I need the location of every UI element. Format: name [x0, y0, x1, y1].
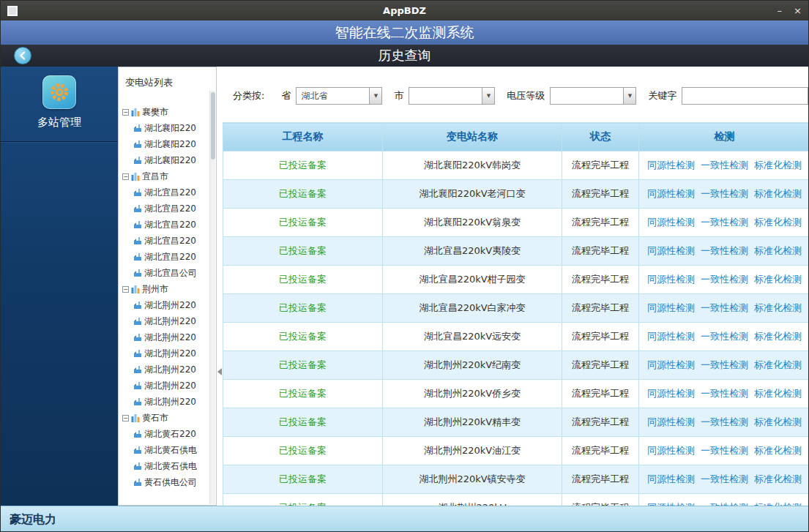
detection-link[interactable]: 标准化检测 — [754, 388, 802, 399]
tree-substation-item[interactable]: 湖北荆州220 — [119, 394, 216, 410]
collapse-icon[interactable]: − — [122, 286, 129, 293]
detection-link[interactable]: 标准化检测 — [754, 331, 802, 342]
detection-link[interactable]: 一致性检测 — [701, 416, 748, 427]
voltage-select[interactable]: ▼ — [550, 87, 636, 105]
tree-substation-item[interactable]: 湖北襄阳220 — [119, 152, 216, 168]
tree-substation-item[interactable]: 湖北宜昌公司 — [119, 265, 216, 281]
detection-link[interactable]: 一致性检测 — [701, 302, 748, 313]
tree-substation-label: 湖北荆州220 — [144, 331, 196, 344]
substation-icon — [133, 462, 142, 471]
tree-city-item[interactable]: −襄樊市 — [119, 104, 216, 120]
tree-substation-item[interactable]: 湖北宜昌220 — [119, 233, 216, 249]
detection-link[interactable]: 标准化检测 — [754, 445, 802, 456]
detection-link[interactable]: 同源性检测 — [647, 217, 695, 228]
tree-substation-item[interactable]: 湖北黄石220 — [119, 426, 216, 442]
dropdown-arrow-icon[interactable]: ▼ — [369, 88, 381, 104]
substation-icon — [133, 381, 142, 390]
detection-link[interactable]: 一致性检测 — [701, 188, 748, 199]
detection-link[interactable]: 一致性检测 — [701, 217, 748, 228]
detection-link[interactable]: 同源性检测 — [647, 331, 695, 342]
project-cell: 已投运备案 — [223, 437, 383, 465]
keyword-input[interactable] — [682, 87, 808, 105]
project-cell: 已投运备案 — [223, 351, 383, 380]
detection-link[interactable]: 同源性检测 — [647, 302, 695, 313]
detection-link[interactable]: 标准化检测 — [754, 416, 802, 427]
minimize-button[interactable]: – — [778, 1, 783, 20]
detection-link[interactable]: 标准化检测 — [754, 188, 802, 199]
detection-link[interactable]: 同源性检测 — [647, 245, 695, 256]
detection-link[interactable]: 标准化检测 — [754, 274, 802, 285]
titlebar[interactable]: AppBDZ – × — [1, 1, 808, 20]
detection-link[interactable]: 一致性检测 — [701, 359, 748, 370]
status-cell: 流程完毕工程 — [562, 266, 639, 294]
dropdown-arrow-icon[interactable]: ▼ — [482, 88, 494, 104]
tree-city-item[interactable]: −荆州市 — [119, 281, 216, 297]
dropdown-arrow-icon[interactable]: ▼ — [623, 88, 635, 104]
tree-substation-item[interactable]: 湖北宜昌220 — [119, 217, 216, 233]
detection-link[interactable]: 同源性检测 — [647, 359, 695, 370]
tree-substation-item[interactable]: 湖北宜昌220 — [119, 201, 216, 217]
detection-link[interactable]: 一致性检测 — [701, 245, 748, 256]
tree-substation-item[interactable]: 湖北黄石供电 — [119, 442, 216, 458]
tree-group: −宜昌市湖北宜昌220湖北宜昌220湖北宜昌220湖北宜昌220湖北宜昌220湖… — [119, 168, 216, 281]
tree-substation-item[interactable]: 湖北荆州220 — [119, 329, 216, 345]
voltage-label: 电压等级 — [507, 89, 545, 102]
detection-link[interactable]: 同源性检测 — [647, 274, 695, 285]
tree-city-item[interactable]: −宜昌市 — [119, 168, 216, 184]
detection-link[interactable]: 标准化检测 — [754, 473, 802, 484]
tree-substation-item[interactable]: 湖北荆州220 — [119, 313, 216, 329]
substation-icon — [133, 446, 142, 454]
detection-link[interactable]: 标准化检测 — [754, 502, 802, 506]
province-select[interactable]: 湖北省 ▼ — [296, 87, 382, 105]
tree-substation-item[interactable]: 湖北宜昌220 — [119, 184, 216, 201]
collapse-icon[interactable]: − — [122, 109, 129, 116]
tree-substation-item[interactable]: 湖北荆州220 — [119, 361, 216, 378]
detection-link[interactable]: 标准化检测 — [754, 302, 802, 313]
city-icon — [131, 108, 140, 116]
detection-link[interactable]: 一致性检测 — [701, 160, 748, 171]
tree-substation-item[interactable]: 黄石供电公司 — [119, 474, 216, 490]
detection-link[interactable]: 一致性检测 — [701, 473, 748, 484]
collapse-icon[interactable]: − — [122, 173, 129, 180]
sidebar-item-multistation[interactable] — [42, 75, 76, 109]
tree-substation-label: 湖北宜昌220 — [144, 251, 196, 263]
detection-link[interactable]: 一致性检测 — [701, 388, 748, 399]
tree-substation-item[interactable]: 湖北荆州220 — [119, 345, 216, 361]
detection-link[interactable]: 标准化检测 — [754, 217, 802, 228]
detection-link[interactable]: 同源性检测 — [647, 473, 695, 484]
close-button[interactable]: × — [794, 1, 802, 20]
tree-substation-item[interactable]: 湖北襄阳220 — [119, 136, 216, 152]
detection-link[interactable]: 同源性检测 — [647, 502, 695, 506]
detection-link[interactable]: 同源性检测 — [647, 388, 695, 399]
panel-splitter[interactable] — [217, 359, 223, 384]
back-button[interactable] — [14, 47, 31, 64]
tree-substation-item[interactable]: 湖北荆州220 — [119, 378, 216, 394]
city-select[interactable]: ▼ — [409, 87, 495, 105]
tree-substation-item[interactable]: 湖北荆州220 — [119, 297, 216, 313]
collapse-icon[interactable]: − — [122, 415, 129, 422]
tree-substation-label: 湖北荆州220 — [144, 364, 196, 376]
detection-link[interactable]: 一致性检测 — [701, 274, 748, 285]
detection-link[interactable]: 同源性检测 — [647, 160, 695, 171]
detection-link[interactable]: 同源性检测 — [647, 188, 695, 199]
detection-link[interactable]: 同源性检测 — [647, 416, 695, 427]
detection-link[interactable]: 一致性检测 — [701, 502, 748, 506]
gear-icon — [48, 81, 70, 103]
tree-city-item[interactable]: −黄石市 — [119, 410, 216, 426]
detection-cell: 同源性检测一致性检测标准化检测 — [639, 180, 809, 209]
scrollbar-thumb[interactable] — [211, 92, 215, 160]
table-row: 已投运备案湖北荆州220kV侨乡变流程完毕工程同源性检测一致性检测标准化检测 — [223, 380, 809, 408]
detection-link[interactable]: 标准化检测 — [754, 160, 802, 171]
detection-link[interactable]: 一致性检测 — [701, 445, 748, 456]
detection-link[interactable]: 标准化检测 — [754, 245, 802, 256]
filter-group-label: 分类按: — [233, 89, 264, 102]
tree-substation-item[interactable]: 湖北宜昌220 — [119, 249, 216, 265]
tree-substation-label: 湖北襄阳220 — [144, 122, 196, 135]
tree-scrollbar[interactable] — [209, 91, 215, 504]
tree-substation-item[interactable]: 湖北黄石供电 — [119, 458, 216, 474]
tree-substation-item[interactable]: 湖北襄阳220 — [119, 120, 216, 136]
sidebar-item-label[interactable]: 多站管理 — [37, 116, 81, 130]
detection-link[interactable]: 标准化检测 — [754, 359, 802, 370]
detection-link[interactable]: 一致性检测 — [701, 331, 748, 342]
detection-link[interactable]: 同源性检测 — [647, 445, 695, 456]
